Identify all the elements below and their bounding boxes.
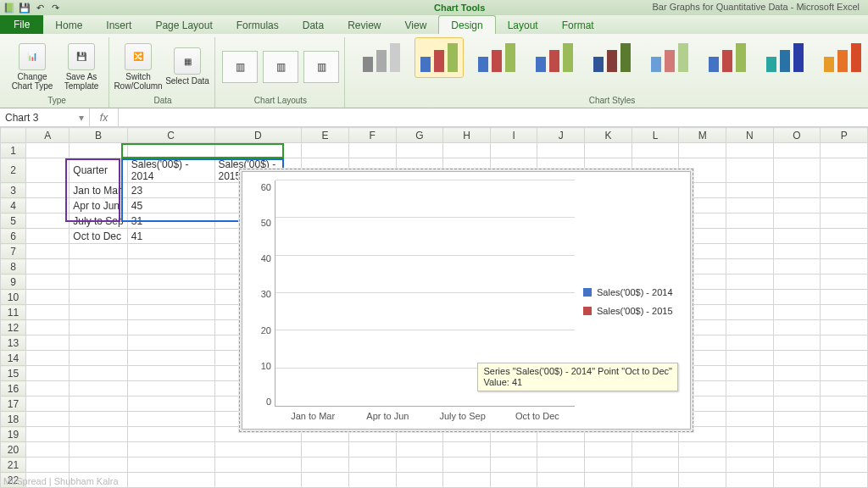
cell[interactable] bbox=[773, 320, 821, 336]
cell[interactable] bbox=[773, 458, 821, 473]
cell[interactable] bbox=[25, 198, 69, 214]
cell[interactable]: Quarter bbox=[70, 158, 127, 183]
switch-row-column-button[interactable]: 🔀 Switch Row/Column bbox=[116, 43, 160, 91]
column-header[interactable]: K bbox=[585, 128, 632, 143]
cell[interactable] bbox=[821, 351, 868, 366]
cell[interactable] bbox=[302, 442, 349, 458]
cell[interactable] bbox=[25, 158, 69, 183]
chevron-down-icon[interactable]: ▾ bbox=[79, 112, 84, 124]
cell[interactable] bbox=[773, 290, 821, 305]
cell[interactable] bbox=[70, 336, 127, 351]
cell[interactable] bbox=[821, 290, 868, 305]
cell[interactable] bbox=[25, 290, 69, 305]
tab-insert[interactable]: Insert bbox=[94, 16, 143, 34]
cell[interactable] bbox=[773, 198, 821, 214]
chart-style-option[interactable] bbox=[818, 37, 867, 78]
cell[interactable] bbox=[632, 143, 679, 158]
cell[interactable] bbox=[726, 396, 774, 412]
row-header[interactable]: 19 bbox=[1, 427, 26, 442]
cell[interactable] bbox=[821, 158, 868, 183]
cell[interactable] bbox=[773, 259, 821, 274]
cell[interactable] bbox=[25, 320, 69, 336]
cell[interactable] bbox=[726, 381, 774, 396]
cell[interactable] bbox=[773, 351, 821, 366]
cell[interactable]: 45 bbox=[127, 198, 214, 214]
cell[interactable] bbox=[127, 412, 214, 427]
cell[interactable] bbox=[726, 366, 774, 381]
cell[interactable] bbox=[214, 143, 302, 158]
cell[interactable] bbox=[773, 229, 821, 244]
column-header[interactable]: P bbox=[821, 128, 868, 143]
row-header[interactable]: 6 bbox=[1, 229, 26, 244]
column-header[interactable]: H bbox=[443, 128, 491, 143]
cell[interactable] bbox=[821, 274, 868, 290]
column-header[interactable]: O bbox=[773, 128, 821, 143]
cell[interactable]: Oct to Dec bbox=[70, 229, 127, 244]
cell[interactable] bbox=[70, 381, 127, 396]
row-header[interactable]: 1 bbox=[1, 143, 26, 158]
cell[interactable] bbox=[396, 458, 443, 473]
cell[interactable] bbox=[25, 442, 69, 458]
row-header[interactable]: 2 bbox=[1, 158, 26, 183]
row-header[interactable]: 13 bbox=[1, 336, 26, 351]
cell[interactable] bbox=[821, 143, 868, 158]
tab-page-layout[interactable]: Page Layout bbox=[143, 16, 224, 34]
row-header[interactable]: 12 bbox=[1, 320, 26, 336]
formula-input[interactable] bbox=[119, 108, 868, 126]
cell[interactable] bbox=[821, 381, 868, 396]
cell[interactable] bbox=[773, 412, 821, 427]
cell[interactable] bbox=[127, 473, 214, 488]
cell[interactable] bbox=[25, 183, 69, 198]
column-header[interactable]: M bbox=[679, 128, 726, 143]
cell[interactable]: 41 bbox=[127, 229, 214, 244]
cell[interactable] bbox=[773, 305, 821, 320]
tab-view[interactable]: View bbox=[393, 16, 439, 34]
column-header[interactable]: L bbox=[632, 128, 679, 143]
cell[interactable] bbox=[726, 473, 774, 488]
cell[interactable] bbox=[726, 183, 774, 198]
tab-data[interactable]: Data bbox=[291, 16, 336, 34]
cell[interactable] bbox=[726, 412, 774, 427]
cell[interactable] bbox=[821, 458, 868, 473]
cell[interactable] bbox=[70, 244, 127, 259]
embedded-chart[interactable]: 6050403020100 Jan to MarApr to JunJuly t… bbox=[242, 171, 691, 430]
cell[interactable] bbox=[25, 336, 69, 351]
chart-style-option[interactable] bbox=[415, 37, 464, 78]
cell[interactable] bbox=[726, 458, 774, 473]
cell[interactable] bbox=[490, 143, 537, 158]
cell[interactable] bbox=[821, 336, 868, 351]
cell[interactable] bbox=[127, 427, 214, 442]
cell[interactable] bbox=[773, 158, 821, 183]
cell[interactable] bbox=[490, 442, 537, 458]
tab-file[interactable]: File bbox=[0, 15, 43, 34]
cell[interactable] bbox=[348, 143, 396, 158]
row-header[interactable]: 8 bbox=[1, 259, 26, 274]
tab-home[interactable]: Home bbox=[43, 16, 94, 34]
cell[interactable] bbox=[773, 427, 821, 442]
cell[interactable] bbox=[585, 458, 632, 473]
column-header[interactable]: N bbox=[726, 128, 774, 143]
cell[interactable] bbox=[679, 143, 726, 158]
chart-layout-option[interactable]: ▥ bbox=[222, 51, 258, 83]
cell[interactable] bbox=[821, 442, 868, 458]
save-template-button[interactable]: 💾 Save As Template bbox=[59, 43, 103, 91]
column-header[interactable]: I bbox=[490, 128, 537, 143]
cell[interactable] bbox=[70, 290, 127, 305]
cell[interactable] bbox=[443, 143, 491, 158]
cell[interactable] bbox=[773, 473, 821, 488]
cell[interactable] bbox=[773, 381, 821, 396]
cell[interactable] bbox=[70, 143, 127, 158]
cell[interactable] bbox=[490, 473, 537, 488]
cell[interactable] bbox=[25, 396, 69, 412]
redo-icon[interactable]: ↷ bbox=[49, 2, 61, 14]
cell[interactable] bbox=[821, 473, 868, 488]
cell[interactable]: 31 bbox=[127, 214, 214, 229]
cell[interactable] bbox=[726, 229, 774, 244]
cell[interactable] bbox=[25, 143, 69, 158]
cell[interactable]: Jan to Mar bbox=[70, 183, 127, 198]
cell[interactable] bbox=[773, 366, 821, 381]
cell[interactable] bbox=[679, 442, 726, 458]
chart-style-option[interactable] bbox=[357, 37, 406, 78]
cell[interactable] bbox=[70, 396, 127, 412]
cell[interactable] bbox=[70, 320, 127, 336]
